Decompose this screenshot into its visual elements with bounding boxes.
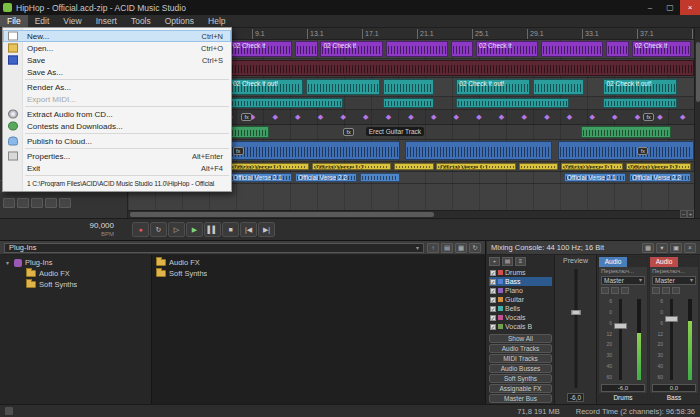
stop-button[interactable]: ■ xyxy=(222,222,239,237)
tempo-display[interactable]: 90,000 BPM xyxy=(80,222,114,237)
file-menu-item-open[interactable]: Open...Ctrl+O xyxy=(3,42,231,54)
audio-clip[interactable]: Official Verse 2.1 xyxy=(564,173,626,182)
views-icon[interactable]: ▦ xyxy=(642,243,654,253)
audio-clip[interactable]: 02 Check it out! xyxy=(456,79,530,95)
file-menu-item-new[interactable]: New...Ctrl+N xyxy=(3,30,231,42)
audio-clip[interactable]: Official Verse 2.1 xyxy=(230,173,292,182)
audio-clip[interactable]: 02 Check it out! xyxy=(230,79,304,95)
tree-item-soft-synths[interactable]: Soft Synths xyxy=(0,279,151,290)
audio-clip[interactable] xyxy=(603,98,677,108)
solo-button[interactable] xyxy=(611,287,619,294)
output-route-select[interactable]: Master▾ xyxy=(652,276,696,285)
loop-playback-button[interactable]: ↻ xyxy=(150,222,167,237)
fx-badge[interactable]: fx xyxy=(643,113,654,121)
filter-audio-busses[interactable]: Audio Busses xyxy=(489,364,552,373)
horizontal-scrollbar[interactable] xyxy=(128,210,680,218)
audio-clip[interactable] xyxy=(360,173,400,182)
audio-clip[interactable] xyxy=(558,141,694,160)
fx-badge[interactable]: fx xyxy=(343,128,354,136)
zoom-out-button[interactable]: − xyxy=(680,210,687,218)
audio-clip[interactable]: Official Verse 1.2 xyxy=(312,163,391,170)
fx-badge[interactable]: fx xyxy=(241,113,252,121)
audio-clip[interactable] xyxy=(606,41,629,57)
track-solo-button[interactable] xyxy=(17,198,29,208)
menu-insert[interactable]: Insert xyxy=(89,15,124,27)
tree-item-plug-ins[interactable]: ▾Plug-Ins xyxy=(0,257,151,268)
checkbox-icon[interactable]: ✓ xyxy=(490,279,496,285)
pause-button[interactable]: ▌▌ xyxy=(204,222,221,237)
file-menu-item-publish-to-cloud[interactable]: Publish to Cloud... xyxy=(3,135,231,147)
file-menu-item-contests-and-downloads[interactable]: Contests and Downloads... xyxy=(3,120,231,132)
file-menu-item-exit[interactable]: ExitAlt+F4 xyxy=(3,162,231,174)
menu-view[interactable]: View xyxy=(56,15,88,27)
play-button[interactable]: ▶ xyxy=(186,222,203,237)
file-menu-item-properties[interactable]: Properties...Alt+Enter xyxy=(3,150,231,162)
audio-clip[interactable]: 02 Check it xyxy=(632,41,691,57)
list-item-soft-synths[interactable]: Soft Synths xyxy=(152,268,485,279)
output-route-select[interactable]: Master▾ xyxy=(601,276,645,285)
volume-fader[interactable]: 6061220304060 xyxy=(601,297,645,382)
strip-tab[interactable]: Audio xyxy=(650,257,678,267)
mixer-track-bells[interactable]: ✓Bells xyxy=(489,304,552,313)
track-arm-button[interactable] xyxy=(31,198,43,208)
dropdown-icon[interactable]: ▾ xyxy=(656,243,668,253)
file-menu-item-render-as[interactable]: Render As... xyxy=(3,81,231,93)
solo-button[interactable] xyxy=(662,287,670,294)
mixer-track-guitar[interactable]: ✓Guitar xyxy=(489,295,552,304)
audio-clip[interactable] xyxy=(306,79,380,95)
mute-button[interactable] xyxy=(601,287,609,294)
audio-clip[interactable] xyxy=(383,79,434,95)
audio-clip[interactable] xyxy=(386,41,448,57)
checkbox-icon[interactable]: ✓ xyxy=(490,288,496,294)
checkbox-icon[interactable]: ✓ xyxy=(490,297,496,303)
play-from-start-button[interactable]: ▷ xyxy=(168,222,185,237)
pin-icon[interactable]: ▣ xyxy=(670,243,682,253)
audio-clip[interactable] xyxy=(230,98,343,108)
audio-clip[interactable] xyxy=(581,126,672,138)
filter-master-bus[interactable]: Master Bus xyxy=(489,394,552,403)
fx-button[interactable] xyxy=(672,287,680,294)
add-icon[interactable]: + xyxy=(489,257,500,266)
audio-clip[interactable] xyxy=(383,98,434,108)
audio-clip[interactable] xyxy=(456,98,569,108)
close-icon[interactable]: × xyxy=(684,243,696,253)
checkbox-icon[interactable]: ✓ xyxy=(490,324,496,330)
filter-audio-tracks[interactable]: Audio Tracks xyxy=(489,344,552,353)
mixer-track-piano[interactable]: ✓Piano xyxy=(489,286,552,295)
filter-soft-synths[interactable]: Soft Synths xyxy=(489,374,552,383)
file-menu-item-save-as[interactable]: Save As... xyxy=(3,66,231,78)
file-menu-item-extract-audio-from-cd[interactable]: Extract Audio from CD... xyxy=(3,108,231,120)
filter-midi-tracks[interactable]: MIDI Tracks xyxy=(489,354,552,363)
file-menu-item-save[interactable]: SaveCtrl+S xyxy=(3,54,231,66)
go-to-end-button[interactable]: ▶| xyxy=(258,222,275,237)
up-level-icon[interactable]: ↑ xyxy=(427,243,439,253)
scrollbar-thumb[interactable] xyxy=(130,212,434,217)
mixer-track-bass[interactable]: ✓Bass xyxy=(489,277,552,286)
mixer-track-vocals-b[interactable]: ✓Vocals B xyxy=(489,322,552,331)
audio-clip[interactable]: Official Verse 2.1 xyxy=(561,163,623,170)
audio-clip[interactable]: Official Verse 1.1 xyxy=(436,163,515,170)
preview-fader[interactable] xyxy=(557,267,594,390)
list-view-icon[interactable]: ▤ xyxy=(441,243,453,253)
filter-assignable-fx[interactable]: Assignable FX xyxy=(489,384,552,393)
audio-clip[interactable] xyxy=(541,41,603,57)
menu-help[interactable]: Help xyxy=(201,15,232,27)
maximize-button[interactable]: ▢ xyxy=(660,0,680,15)
menu-icon[interactable]: ≡ xyxy=(515,257,526,266)
file-menu-item-1-c-program-files-acid-acid-[interactable]: 1 C:\Program Files\ACID\ACID Music Studi… xyxy=(3,177,231,189)
fx-badge[interactable]: fx xyxy=(233,147,244,155)
fader-handle[interactable] xyxy=(614,323,627,329)
scrollbar-thumb[interactable] xyxy=(696,42,700,102)
fx-button[interactable] xyxy=(621,287,629,294)
menu-edit[interactable]: Edit xyxy=(28,15,57,27)
audio-clip[interactable] xyxy=(295,41,318,57)
volume-fader[interactable]: 6061220304060 xyxy=(652,297,696,382)
expander-icon[interactable]: ▾ xyxy=(4,259,11,266)
audio-clip[interactable]: 02 Check it out! xyxy=(603,79,677,95)
track-mute-button[interactable] xyxy=(3,198,15,208)
fx-badge[interactable]: fx xyxy=(637,147,648,155)
list-item-audio-fx[interactable]: Audio FX xyxy=(152,257,485,268)
audio-clip[interactable]: Official Verse 2.2 xyxy=(295,173,357,182)
fader-handle[interactable] xyxy=(665,316,678,322)
mixer-track-drums[interactable]: ✓Drums xyxy=(489,268,552,277)
